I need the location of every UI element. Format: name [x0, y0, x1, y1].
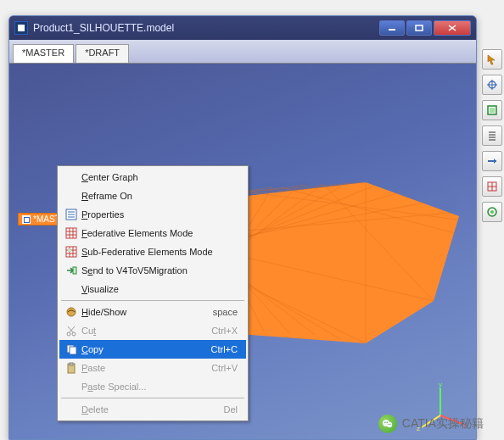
- menu-item-paste: PasteCtrl+V: [59, 359, 246, 377]
- svg-point-80: [388, 424, 389, 425]
- svg-point-79: [386, 422, 387, 423]
- svg-point-75: [490, 210, 494, 214]
- menu-item-label: Sub-Federative Elements Mode: [80, 247, 238, 257]
- hideshow-icon: [63, 306, 80, 318]
- subgrid-icon: [63, 246, 80, 258]
- menu-item-label: Hide/Show: [80, 307, 213, 317]
- menu-item-visualize[interactable]: Visualize: [59, 280, 246, 298]
- grid-toolbar-icon[interactable]: [482, 176, 502, 197]
- svg-rect-59: [70, 363, 73, 365]
- menu-item-sub-federative-elements-mode[interactable]: Sub-Federative Elements Mode: [59, 242, 246, 261]
- svg-rect-39: [66, 228, 76, 238]
- pointer-icon[interactable]: [482, 49, 502, 70]
- menu-item-label: Reframe On: [80, 191, 238, 201]
- minimize-button[interactable]: [379, 20, 405, 36]
- menu-item-shortcut: Del: [223, 404, 243, 415]
- context-menu: Center GraphReframe OnPropertiesFederati…: [57, 165, 249, 421]
- zoom-icon[interactable]: [482, 125, 502, 146]
- menu-item-label: Properties: [80, 209, 238, 220]
- watermark: CATIA实操秘籍: [378, 415, 484, 433]
- right-toolbar: [480, 46, 504, 226]
- menu-item-paste-special: Paste Special...: [59, 377, 246, 396]
- title-bar[interactable]: Product1_SILHOUETTE.model: [9, 16, 476, 40]
- properties-icon: [63, 209, 80, 220]
- grid-icon: [63, 227, 80, 239]
- watermark-text: CATIA实操秘籍: [402, 416, 484, 432]
- menu-separator: [61, 398, 244, 398]
- svg-point-78: [384, 422, 385, 423]
- paste-icon: [63, 362, 80, 374]
- menu-item-hide-show[interactable]: Hide/Showspace: [59, 303, 246, 321]
- svg-text:y: y: [439, 382, 442, 388]
- tree-node-icon: [22, 215, 31, 224]
- menu-item-label: Send to V4ToV5Migration: [80, 265, 238, 276]
- menu-item-shortcut: space: [213, 307, 243, 317]
- send-icon: [63, 265, 80, 276]
- menu-item-label: Federative Elements Mode: [80, 228, 238, 238]
- menu-item-cut: CutCtrl+X: [59, 321, 246, 340]
- maximize-button[interactable]: [406, 20, 432, 36]
- menu-item-label: Paste Special...: [80, 382, 238, 392]
- menu-item-copy[interactable]: CopyCtrl+C: [59, 340, 246, 359]
- menu-item-label: Visualize: [80, 284, 238, 294]
- svg-rect-64: [490, 108, 495, 113]
- svg-rect-57: [70, 347, 76, 354]
- svg-rect-50: [73, 267, 76, 274]
- pan-icon[interactable]: [482, 75, 502, 95]
- menu-item-label: Delete: [80, 404, 223, 415]
- menu-item-reframe-on[interactable]: Reframe On: [59, 187, 246, 205]
- svg-point-81: [389, 424, 390, 425]
- menu-item-label: Cut: [80, 326, 211, 336]
- wechat-icon: [378, 415, 397, 433]
- fit-icon[interactable]: [482, 151, 502, 171]
- menu-item-label: Center Graph: [80, 172, 238, 182]
- menu-item-center-graph[interactable]: Center Graph: [59, 168, 246, 187]
- svg-point-53: [72, 332, 76, 336]
- menu-item-properties[interactable]: Properties: [59, 205, 246, 224]
- close-button[interactable]: [434, 20, 471, 36]
- menu-item-shortcut: Ctrl+C: [211, 344, 243, 354]
- svg-point-52: [67, 332, 70, 336]
- window-title: Product1_SILHOUETTE.model: [33, 22, 174, 34]
- menu-item-shortcut: Ctrl+V: [211, 363, 243, 373]
- menu-item-delete: DeleteDel: [59, 400, 246, 419]
- tab-master[interactable]: *MASTER: [13, 44, 74, 63]
- tab-strip: *MASTER *DRAFT: [9, 40, 476, 64]
- app-icon: [14, 21, 28, 35]
- svg-rect-1: [416, 25, 423, 31]
- menu-item-federative-elements-mode[interactable]: Federative Elements Mode: [59, 224, 246, 242]
- menu-item-label: Copy: [80, 344, 211, 354]
- svg-rect-49: [68, 248, 71, 252]
- menu-item-shortcut: Ctrl+X: [211, 326, 243, 336]
- menu-separator: [61, 300, 244, 301]
- svg-point-77: [387, 422, 392, 427]
- cut-icon: [63, 325, 80, 337]
- rotate-icon[interactable]: [482, 100, 502, 120]
- copy-icon: [63, 343, 80, 355]
- svg-marker-70: [494, 159, 496, 164]
- flyto-icon[interactable]: [482, 202, 502, 222]
- tab-draft[interactable]: *DRAFT: [76, 44, 129, 63]
- menu-item-label: Paste: [80, 363, 211, 373]
- menu-item-send-to-v4tov5migration[interactable]: Send to V4ToV5Migration: [59, 261, 246, 280]
